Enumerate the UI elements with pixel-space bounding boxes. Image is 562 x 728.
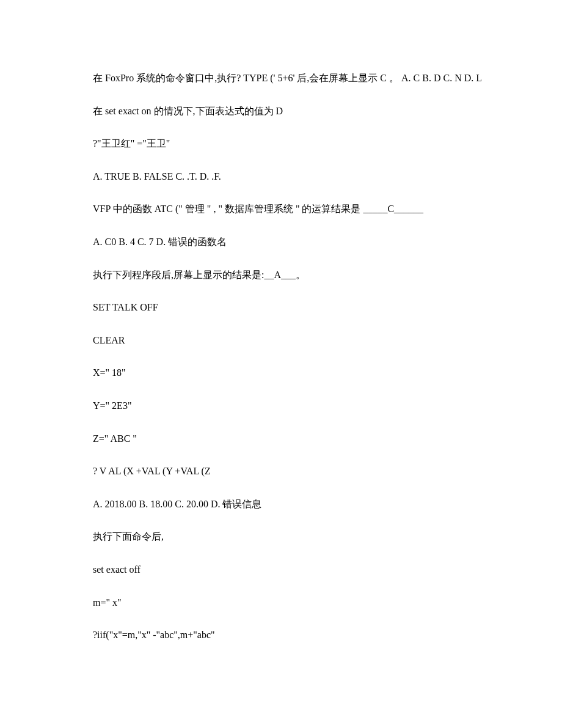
text-line: CLEAR [73,333,489,348]
text-line: 执行下列程序段后,屏幕上显示的结果是:__A___。 [73,267,489,283]
text-line: ?"王卫红" ="王卫" [73,136,489,152]
text-line: ?iif("x"=m,"x" -"abc",m+"abc" [73,627,489,643]
text-line: Z=" ABC " [73,431,489,447]
text-line: A. TRUE B. FALSE C. .T. D. .F. [73,169,489,185]
text-line: VFP 中的函数 ATC (" 管理 " , " 数据库管理系统 " 的运算结果… [73,201,489,217]
text-line: 执行下面命令后, [73,529,489,545]
text-line: Y=" 2E3" [73,398,489,414]
document-content: 在 FoxPro 系统的命令窗口中,执行? TYPE (' 5+6' 后,会在屏… [73,70,489,643]
text-line: A. 2018.00 B. 18.00 C. 20.00 D. 错误信息 [73,496,489,512]
text-line: set exact off [73,562,489,578]
text-line: SET TALK OFF [73,300,489,315]
text-line: m=" x" [73,595,489,611]
text-line: 在 FoxPro 系统的命令窗口中,执行? TYPE (' 5+6' 后,会在屏… [73,70,489,86]
text-line: 在 set exact on 的情况下,下面表达式的值为 D [73,103,489,119]
text-line: X=" 18" [73,365,489,381]
text-line: ? V AL (X +VAL (Y +VAL (Z [73,463,489,479]
text-line: A. C0 B. 4 C. 7 D. 错误的函数名 [73,234,489,250]
